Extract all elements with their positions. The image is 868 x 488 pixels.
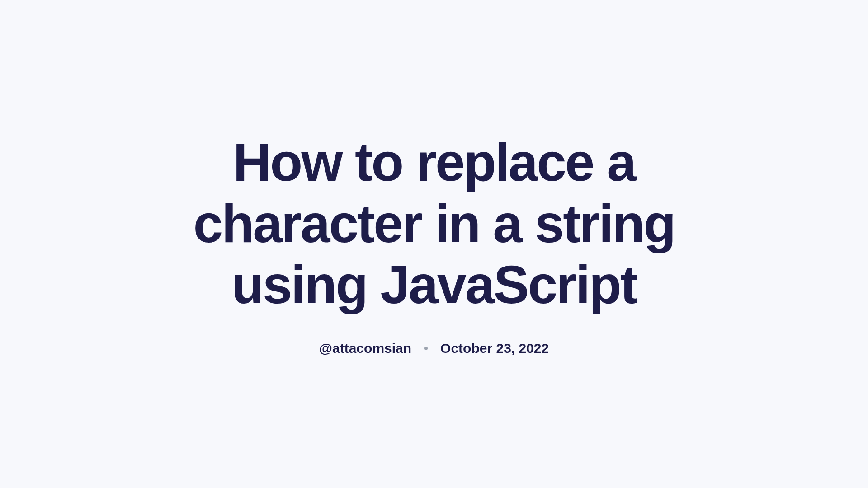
article-date: October 23, 2022 bbox=[440, 341, 549, 356]
article-title: How to replace a character in a string u… bbox=[163, 132, 705, 316]
article-header: How to replace a character in a string u… bbox=[163, 132, 705, 356]
article-author: @attacomsian bbox=[319, 341, 411, 356]
separator-dot-icon bbox=[424, 347, 428, 350]
article-meta: @attacomsian October 23, 2022 bbox=[319, 341, 549, 356]
